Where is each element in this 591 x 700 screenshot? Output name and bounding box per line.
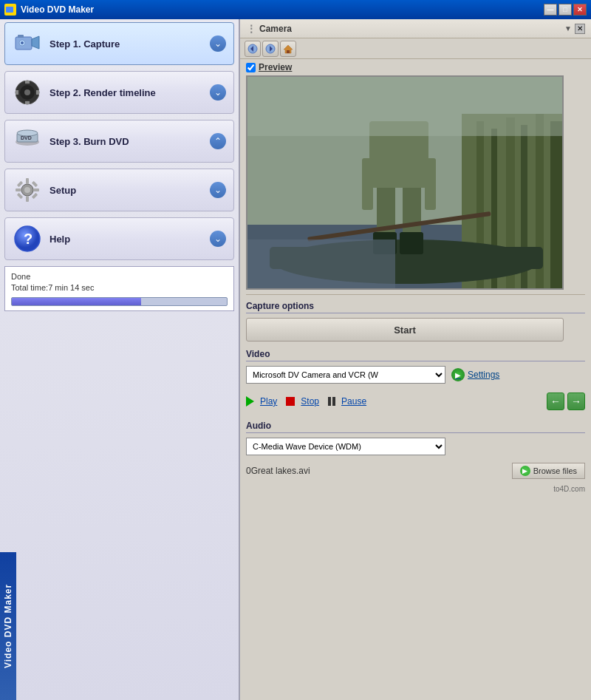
sidebar-arrow-step3: ⌃	[210, 133, 226, 149]
right-panel: ⋮ Camera ▼ ✕	[240, 19, 591, 700]
svg-rect-55	[247, 77, 564, 136]
sidebar-item-step1[interactable]: Step 1. Capture ⌄	[4, 22, 234, 65]
settings-button[interactable]: ▶ Settings	[451, 368, 499, 381]
svg-rect-53	[362, 158, 373, 210]
app-title: Video DVD Maker	[21, 4, 544, 15]
nav-home-button[interactable]	[280, 41, 296, 57]
film-icon	[13, 78, 42, 107]
prev-button[interactable]: ←	[547, 393, 564, 410]
start-button[interactable]: Start	[246, 318, 564, 341]
audio-device-select[interactable]: C-Media Wave Device (WDM)	[246, 438, 445, 455]
playback-nav: ← →	[547, 393, 585, 410]
gear-icon	[13, 175, 42, 205]
panel-header-controls: ▼ ✕	[564, 24, 585, 34]
play-button[interactable]: Play	[246, 396, 277, 407]
app-icon	[4, 4, 16, 16]
svg-marker-1	[13, 8, 15, 11]
sidebar-item-step2[interactable]: Step 2. Render timeline ⌄	[4, 71, 234, 114]
minimize-button[interactable]: —	[544, 4, 557, 16]
window-controls: — □ ✕	[544, 4, 587, 16]
dvd-icon: DVD	[13, 126, 42, 156]
preview-image	[246, 75, 564, 290]
svg-rect-23	[33, 188, 39, 191]
svg-rect-22	[16, 188, 21, 191]
preview-label[interactable]: Preview	[259, 62, 292, 72]
svg-text:?: ?	[24, 231, 33, 247]
capture-options-section: Capture options Start	[240, 295, 591, 344]
browse-icon: ▶	[520, 466, 530, 476]
settings-icon: ▶	[451, 368, 465, 381]
pause-button[interactable]: Pause	[328, 396, 366, 407]
sidebar-item-help-label: Help	[49, 234, 210, 245]
playback-controls: Play Stop Pause ← →	[246, 390, 585, 413]
svg-rect-54	[425, 158, 436, 210]
sidebar-item-setup-label: Setup	[49, 185, 210, 196]
sidebar-arrow-step1: ⌄	[210, 35, 226, 52]
sidebar-item-help[interactable]: ? Help ⌄	[4, 217, 234, 260]
progress-bar	[12, 298, 141, 305]
pause-label: Pause	[341, 396, 366, 407]
audio-section-title: Audio	[246, 421, 585, 433]
browse-label: Browse files	[533, 466, 577, 475]
camera-icon	[13, 29, 42, 58]
svg-rect-50	[400, 232, 423, 254]
svg-rect-27	[32, 193, 38, 199]
sidebar-arrow-help: ⌄	[210, 231, 226, 247]
sidebar-item-step2-label: Step 2. Render timeline	[49, 87, 210, 98]
sidebar-item-setup[interactable]: Setup ⌄	[4, 169, 234, 211]
nav-forward-button[interactable]	[262, 41, 279, 57]
progress-bar-container	[11, 297, 228, 306]
svg-rect-21	[26, 196, 29, 202]
video-device-select[interactable]: Microsoft DV Camera and VCR (W	[246, 366, 445, 384]
vertical-app-label: Video DVD Maker	[0, 552, 16, 700]
panel-close-button[interactable]: ✕	[575, 24, 585, 34]
file-section: 0Great lakes.avi ▶ Browse files	[240, 458, 591, 483]
sidebar-item-step1-label: Step 1. Capture	[49, 38, 210, 50]
settings-label: Settings	[468, 370, 499, 380]
camera-panel-title: Camera	[259, 24, 292, 34]
nav-back-button[interactable]	[245, 41, 261, 57]
svg-point-19	[24, 187, 30, 193]
svg-rect-4	[18, 35, 24, 38]
svg-rect-10	[16, 90, 18, 95]
stop-label: Stop	[301, 396, 319, 407]
svg-rect-0	[6, 7, 13, 13]
audio-section: Audio C-Media Wave Device (WDM)	[240, 418, 591, 458]
main-window: Step 1. Capture ⌄ Step 2. Render timelin…	[0, 19, 591, 700]
close-button[interactable]: ✕	[573, 4, 587, 16]
stop-icon	[286, 397, 295, 406]
capture-options-title: Capture options	[246, 301, 585, 313]
next-button[interactable]: →	[567, 393, 585, 410]
svg-rect-35	[287, 50, 290, 53]
stop-button[interactable]: Stop	[286, 396, 319, 407]
svg-point-9	[24, 89, 30, 95]
panel-dropdown-btn[interactable]: ▼	[564, 24, 572, 33]
sidebar-item-step3[interactable]: DVD Step 3. Burn DVD ⌃	[4, 120, 234, 163]
sidebar-arrow-step2: ⌄	[210, 84, 226, 101]
sidebar: Step 1. Capture ⌄ Step 2. Render timelin…	[0, 19, 240, 700]
preview-checkbox[interactable]	[246, 63, 256, 72]
nav-toolbar	[240, 38, 591, 59]
watermark-area: to4D.com	[240, 483, 591, 495]
play-icon	[246, 396, 254, 407]
status-line2: Total time:7 min 14 sec	[11, 282, 228, 293]
svg-rect-11	[36, 90, 39, 95]
video-section: Video Microsoft DV Camera and VCR (W ▶ S…	[240, 344, 591, 418]
svg-point-6	[21, 41, 24, 44]
video-section-title: Video	[246, 349, 585, 361]
panel-grip: ⋮	[246, 23, 256, 35]
maximize-button[interactable]: □	[558, 4, 572, 16]
svg-rect-25	[32, 181, 38, 187]
panel-header: ⋮ Camera ▼ ✕	[240, 19, 591, 38]
sidebar-arrow-setup: ⌄	[210, 182, 226, 198]
browse-button[interactable]: ▶ Browse files	[512, 463, 585, 479]
play-label: Play	[260, 396, 277, 407]
help-icon: ?	[13, 224, 42, 254]
svg-rect-44	[550, 121, 564, 290]
svg-rect-56	[247, 239, 395, 290]
svg-rect-26	[17, 193, 23, 199]
status-box: Done Total time:7 min 14 sec	[4, 266, 234, 311]
panel-title: ⋮ Camera	[246, 23, 292, 35]
preview-section: Preview	[240, 59, 591, 290]
svg-rect-20	[26, 178, 29, 184]
